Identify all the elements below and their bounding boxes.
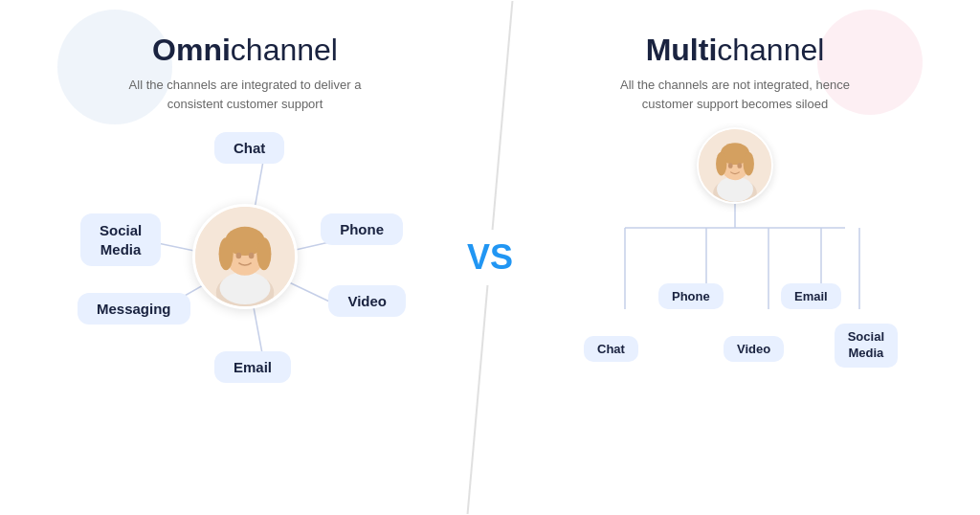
multi-bold: Multi bbox=[646, 33, 718, 67]
omni-social-label: SocialMedia bbox=[80, 213, 161, 266]
omni-phone-badge: Phone bbox=[321, 213, 403, 245]
omnichannel-subtitle: All the channels are integrated to deliv… bbox=[121, 76, 369, 113]
svg-point-12 bbox=[256, 237, 271, 270]
omni-rest: channel bbox=[231, 33, 338, 67]
multichannel-title: Multichannel bbox=[646, 33, 825, 68]
multichannel-panel: Multichannel All the channels are not in… bbox=[490, 0, 980, 515]
omni-bold: Omni bbox=[152, 33, 231, 67]
multi-social-badge: SocialMedia bbox=[835, 324, 898, 368]
svg-point-27 bbox=[716, 152, 726, 176]
vs-divider: VS bbox=[452, 0, 528, 515]
svg-point-11 bbox=[219, 237, 234, 270]
svg-point-8 bbox=[220, 272, 271, 304]
omni-social-badge: SocialMedia bbox=[80, 213, 161, 266]
multi-avatar-circle bbox=[697, 127, 773, 204]
omni-messaging-label: Messaging bbox=[78, 293, 190, 325]
main-container: VS Omnichannel All the channels are inte… bbox=[0, 0, 980, 515]
omni-video-label: Video bbox=[328, 285, 406, 317]
omni-avatar-circle bbox=[192, 204, 298, 309]
multi-phone-badge: Phone bbox=[658, 283, 724, 309]
svg-point-13 bbox=[236, 253, 242, 259]
omni-chat-label: Chat bbox=[214, 132, 284, 164]
omni-email-badge: Email bbox=[214, 351, 291, 383]
svg-point-24 bbox=[717, 176, 753, 202]
multichannel-subtitle: All the channels are not integrated, hen… bbox=[611, 76, 859, 113]
svg-point-29 bbox=[728, 163, 733, 168]
omni-avatar bbox=[192, 204, 298, 309]
multi-avatar bbox=[697, 127, 773, 204]
omni-email-label: Email bbox=[214, 351, 291, 383]
omni-avatar-svg bbox=[195, 207, 295, 306]
multi-video-label: Video bbox=[724, 336, 784, 362]
omni-messaging-badge: Messaging bbox=[78, 293, 190, 325]
vs-text: VS bbox=[463, 230, 517, 285]
svg-point-14 bbox=[249, 253, 255, 259]
multi-email-label: Email bbox=[781, 283, 841, 309]
omnichannel-title: Omnichannel bbox=[152, 33, 338, 68]
omnichannel-panel: Omnichannel All the channels are integra… bbox=[0, 0, 490, 515]
multi-phone-label: Phone bbox=[658, 283, 724, 309]
multi-email-badge: Email bbox=[781, 283, 841, 309]
multi-social-label: SocialMedia bbox=[835, 324, 898, 368]
svg-point-28 bbox=[744, 152, 754, 176]
multi-chat-label: Chat bbox=[584, 336, 638, 362]
multi-rest: channel bbox=[717, 33, 824, 67]
omni-video-badge: Video bbox=[328, 285, 406, 317]
svg-point-30 bbox=[737, 163, 742, 168]
omni-diagram: Chat Phone Video Email SocialMedia Messa… bbox=[73, 123, 417, 391]
multi-diagram: Chat Phone Video Email SocialMedia bbox=[563, 123, 907, 391]
omni-chat-badge: Chat bbox=[214, 132, 284, 164]
multi-video-badge: Video bbox=[724, 336, 784, 362]
omni-phone-label: Phone bbox=[321, 213, 403, 245]
multi-chat-badge: Chat bbox=[584, 336, 638, 362]
multi-avatar-svg bbox=[699, 129, 771, 202]
